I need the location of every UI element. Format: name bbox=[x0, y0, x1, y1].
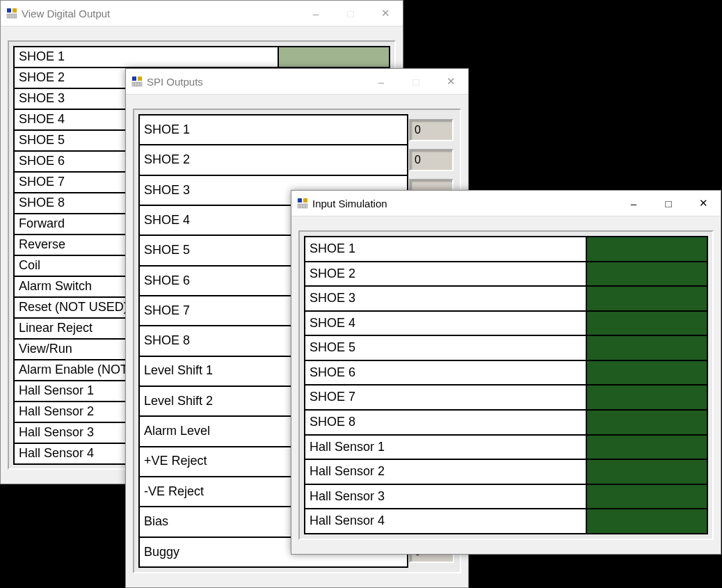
table-row: SHOE 4 bbox=[305, 311, 707, 336]
input-label: SHOE 6 bbox=[305, 360, 586, 386]
titlebar[interactable]: View Digital Output – □ ✕ bbox=[1, 1, 403, 26]
close-button[interactable]: ✕ bbox=[686, 191, 721, 216]
minimize-button[interactable]: – bbox=[616, 191, 651, 216]
table-row: SHOE 8 bbox=[305, 410, 707, 435]
window-title: SPI Outputs bbox=[147, 76, 209, 88]
window-input-simulation: Input Simulation – □ ✕ SHOE 1SHOE 2SHOE … bbox=[291, 190, 721, 555]
spi-value-cell: 0 bbox=[408, 115, 455, 145]
input-label: SHOE 8 bbox=[305, 410, 586, 435]
input-indicator[interactable] bbox=[586, 237, 707, 262]
input-indicator[interactable] bbox=[586, 484, 707, 509]
table-row: SHOE 5 bbox=[305, 335, 707, 360]
spi-label: SHOE 1 bbox=[139, 115, 408, 145]
table-row: Hall Sensor 3 bbox=[305, 484, 707, 509]
spi-label: SHOE 2 bbox=[139, 145, 408, 175]
input-indicator[interactable] bbox=[586, 385, 707, 410]
table-row: SHOE 7 bbox=[305, 385, 707, 410]
input-indicator[interactable] bbox=[586, 509, 707, 534]
input-label: SHOE 1 bbox=[305, 237, 586, 262]
titlebar[interactable]: SPI Outputs – □ ✕ bbox=[126, 69, 468, 95]
input-label: Hall Sensor 4 bbox=[305, 509, 586, 534]
maximize-button[interactable]: □ bbox=[399, 69, 433, 94]
app-icon bbox=[297, 198, 308, 209]
spi-value-input[interactable]: 0 bbox=[409, 149, 454, 171]
close-button[interactable]: ✕ bbox=[433, 69, 468, 94]
table-row: SHOE 1 bbox=[305, 237, 707, 262]
table-row: SHOE 2 bbox=[305, 262, 707, 287]
input-indicator[interactable] bbox=[586, 435, 707, 460]
input-indicator[interactable] bbox=[586, 286, 707, 311]
input-indicator[interactable] bbox=[586, 335, 707, 360]
table-row: SHOE 3 bbox=[305, 286, 707, 311]
close-button[interactable]: ✕ bbox=[368, 1, 403, 26]
window-title: View Digital Output bbox=[22, 8, 115, 19]
input-indicator[interactable] bbox=[586, 410, 707, 435]
spi-value-input[interactable]: 0 bbox=[409, 119, 454, 141]
window-title: Input Simulation bbox=[312, 198, 393, 209]
input-label: SHOE 5 bbox=[305, 335, 586, 360]
input-indicator[interactable] bbox=[586, 311, 707, 336]
table-row: Hall Sensor 4 bbox=[305, 509, 707, 534]
table-row: SHOE 20 bbox=[139, 145, 455, 175]
table-row: Hall Sensor 1 bbox=[305, 435, 707, 460]
titlebar[interactable]: Input Simulation – □ ✕ bbox=[291, 191, 721, 216]
input-label: Hall Sensor 1 bbox=[305, 435, 586, 460]
input-label: SHOE 3 bbox=[305, 286, 586, 311]
app-icon bbox=[131, 76, 143, 87]
app-icon bbox=[6, 8, 17, 19]
table-row: SHOE 10 bbox=[139, 115, 455, 145]
input-label: Hall Sensor 2 bbox=[305, 459, 586, 484]
output-indicator[interactable] bbox=[278, 47, 390, 67]
input-label: Hall Sensor 3 bbox=[305, 484, 586, 509]
input-indicator[interactable] bbox=[586, 262, 707, 287]
minimize-button[interactable]: – bbox=[298, 1, 333, 26]
input-label: SHOE 4 bbox=[305, 311, 586, 336]
output-label: SHOE 1 bbox=[14, 47, 278, 67]
input-indicator[interactable] bbox=[586, 459, 707, 484]
input-indicator[interactable] bbox=[586, 360, 707, 386]
spi-value-cell: 0 bbox=[408, 145, 455, 175]
input-label: SHOE 7 bbox=[305, 385, 586, 410]
maximize-button[interactable]: □ bbox=[651, 191, 686, 216]
minimize-button[interactable]: – bbox=[364, 69, 399, 94]
maximize-button[interactable]: □ bbox=[333, 1, 368, 26]
input-label: SHOE 2 bbox=[305, 262, 586, 287]
table-row: SHOE 1 bbox=[14, 47, 390, 67]
input-simulation-panel: SHOE 1SHOE 2SHOE 3SHOE 4SHOE 5SHOE 6SHOE… bbox=[298, 230, 714, 540]
table-row: Hall Sensor 2 bbox=[305, 459, 707, 484]
table-row: SHOE 6 bbox=[305, 360, 707, 386]
